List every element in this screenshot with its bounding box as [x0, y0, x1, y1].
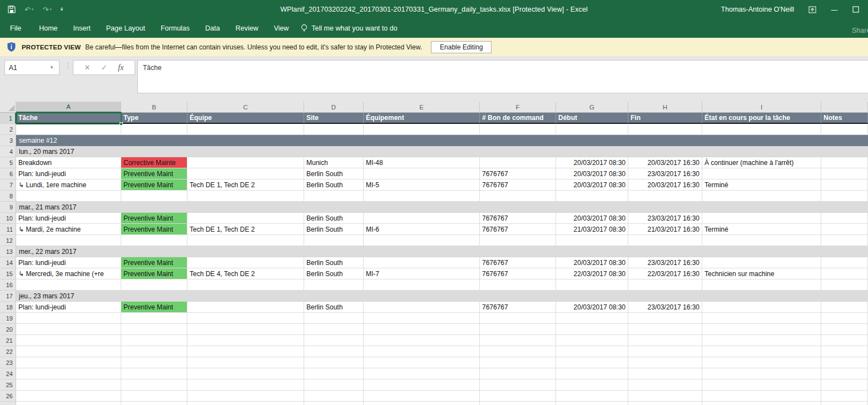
cell-A26[interactable]: [16, 391, 121, 402]
column-letter-J[interactable]: [821, 102, 868, 113]
cell-F8[interactable]: [480, 191, 556, 202]
cell-D5[interactable]: Munich: [304, 157, 364, 168]
cell-G14[interactable]: 20/03/2017 08:30: [556, 257, 628, 268]
row-number-1[interactable]: 1: [0, 113, 16, 124]
cell-I6[interactable]: [702, 168, 821, 179]
customize-qat-icon[interactable]: ▾̄: [61, 7, 63, 12]
cell-F11[interactable]: 7676767: [480, 224, 556, 235]
cell-C24[interactable]: [187, 368, 304, 379]
cell-G1[interactable]: Début: [556, 113, 628, 124]
cell-G12[interactable]: [556, 235, 628, 246]
cell-H24[interactable]: [628, 368, 702, 379]
cell-I15[interactable]: Technicien sur machine: [702, 268, 821, 279]
cell-E11[interactable]: MI-6: [364, 224, 480, 235]
cell-C16[interactable]: [187, 279, 304, 291]
column-letter-D[interactable]: D: [304, 102, 364, 113]
cell-F21[interactable]: [480, 335, 556, 346]
cell-J25[interactable]: [821, 379, 868, 391]
cell-J18[interactable]: [821, 302, 868, 313]
cell-G23[interactable]: [556, 357, 628, 368]
user-account-button[interactable]: Thomas-Antoine O'Neill: [721, 6, 794, 13]
cell-I11[interactable]: Terminé: [702, 224, 821, 235]
cell-C20[interactable]: [187, 324, 304, 335]
cell-G10[interactable]: 20/03/2017 08:30: [556, 213, 628, 224]
week-band-row-3[interactable]: semaine #12: [16, 135, 868, 146]
row-number-24[interactable]: 24: [0, 368, 16, 379]
cell-I20[interactable]: [702, 324, 821, 335]
share-button[interactable]: Share: [849, 27, 868, 34]
row-number-13[interactable]: 13: [0, 246, 16, 257]
cell-B27[interactable]: [121, 402, 187, 405]
cell-F6[interactable]: 7676767: [480, 168, 556, 179]
cell-B1[interactable]: Type: [121, 113, 187, 124]
cell-E6[interactable]: [364, 168, 480, 179]
cell-B23[interactable]: [121, 357, 187, 368]
cell-C10[interactable]: [187, 213, 304, 224]
cell-F20[interactable]: [480, 324, 556, 335]
cell-I2[interactable]: [702, 124, 821, 135]
cell-B12[interactable]: [121, 235, 187, 246]
cell-F10[interactable]: 7676767: [480, 213, 556, 224]
cell-C19[interactable]: [187, 313, 304, 324]
cell-H6[interactable]: 23/03/2017 16:30: [628, 168, 702, 179]
cell-A14[interactable]: Plan: lundi-jeudi: [16, 257, 121, 268]
ribbon-tab-view[interactable]: View: [266, 19, 296, 38]
cell-E5[interactable]: MI-48: [364, 157, 480, 168]
cell-J21[interactable]: [821, 335, 868, 346]
cell-C1[interactable]: Équipe: [187, 113, 304, 124]
cell-H27[interactable]: [628, 402, 702, 405]
cell-E14[interactable]: [364, 257, 480, 268]
cell-A25[interactable]: [16, 379, 121, 391]
cell-J26[interactable]: [821, 391, 868, 402]
cell-G18[interactable]: 20/03/2017 08:30: [556, 302, 628, 313]
cell-F15[interactable]: 7676767: [480, 268, 556, 279]
cell-A10[interactable]: Plan: lundi-jeudi: [16, 213, 121, 224]
cell-E8[interactable]: [364, 191, 480, 202]
cell-A15[interactable]: ↳ Mercredi, 3e machine (+re: [16, 268, 121, 279]
row-number-6[interactable]: 6: [0, 168, 16, 179]
cell-H19[interactable]: [628, 313, 702, 324]
cell-I12[interactable]: [702, 235, 821, 246]
cell-H15[interactable]: 22/03/2017 16:30: [628, 268, 702, 279]
ribbon-tab-page-layout[interactable]: Page Layout: [98, 19, 153, 38]
cell-A1[interactable]: Tâche: [16, 113, 121, 124]
cell-I5[interactable]: À continuer (machine à l'arrêt): [702, 157, 821, 168]
cell-A27[interactable]: [16, 402, 121, 405]
name-box-dropdown-icon[interactable]: ▼: [49, 65, 55, 70]
cell-I27[interactable]: [702, 402, 821, 405]
cell-D16[interactable]: [304, 279, 364, 291]
cell-H5[interactable]: 20/03/2017 16:30: [628, 157, 702, 168]
cell-J16[interactable]: [821, 279, 868, 291]
cell-J7[interactable]: [821, 179, 868, 191]
cell-H18[interactable]: 23/03/2017 16:30: [628, 302, 702, 313]
save-icon[interactable]: [8, 6, 16, 13]
cell-E7[interactable]: MI-5: [364, 179, 480, 191]
cell-D6[interactable]: Berlin South: [304, 168, 364, 179]
cell-D12[interactable]: [304, 235, 364, 246]
cell-B25[interactable]: [121, 379, 187, 391]
cell-J24[interactable]: [821, 368, 868, 379]
row-number-20[interactable]: 20: [0, 324, 16, 335]
cell-F12[interactable]: [480, 235, 556, 246]
cell-A12[interactable]: [16, 235, 121, 246]
cell-D15[interactable]: Berlin South: [304, 268, 364, 279]
cell-J8[interactable]: [821, 191, 868, 202]
cell-H16[interactable]: [628, 279, 702, 291]
tell-me-box[interactable]: Tell me what you want to do: [301, 24, 397, 33]
cell-D7[interactable]: Berlin South: [304, 179, 364, 191]
cell-D14[interactable]: Berlin South: [304, 257, 364, 268]
cell-J5[interactable]: [821, 157, 868, 168]
cell-B21[interactable]: [121, 335, 187, 346]
cell-E25[interactable]: [364, 379, 480, 391]
cell-H7[interactable]: 20/03/2017 16:30: [628, 179, 702, 191]
column-letter-G[interactable]: G: [556, 102, 628, 113]
row-number-12[interactable]: 12: [0, 235, 16, 246]
cell-F19[interactable]: [480, 313, 556, 324]
cell-C22[interactable]: [187, 346, 304, 357]
minimize-button[interactable]: —: [831, 6, 838, 14]
cell-E10[interactable]: [364, 213, 480, 224]
cell-I23[interactable]: [702, 357, 821, 368]
cell-D27[interactable]: [304, 402, 364, 405]
cell-G27[interactable]: [556, 402, 628, 405]
cell-J23[interactable]: [821, 357, 868, 368]
